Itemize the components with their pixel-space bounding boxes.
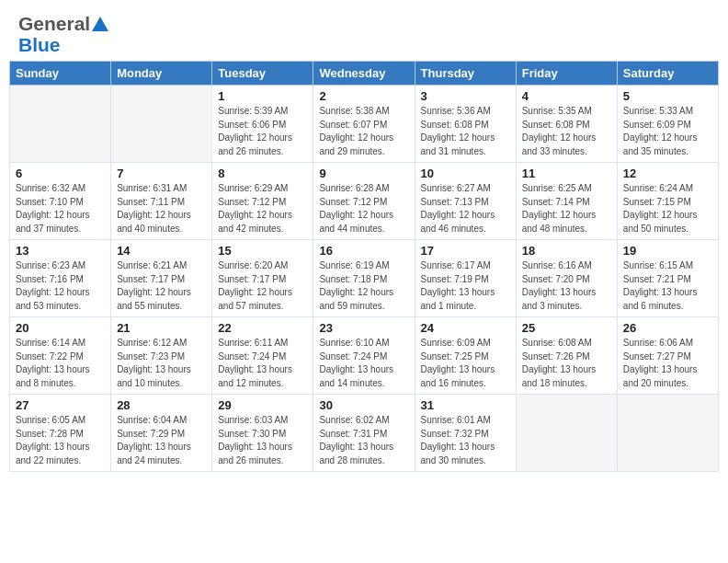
day-info: Sunrise: 6:06 AM Sunset: 7:27 PM Dayligh… xyxy=(623,337,712,390)
day-info: Sunrise: 5:36 AM Sunset: 6:08 PM Dayligh… xyxy=(421,105,510,158)
calendar-week-row: 27Sunrise: 6:05 AM Sunset: 7:28 PM Dayli… xyxy=(10,395,719,472)
day-number: 27 xyxy=(16,398,105,412)
day-info: Sunrise: 6:31 AM Sunset: 7:11 PM Dayligh… xyxy=(117,182,206,236)
calendar-cell: 14Sunrise: 6:21 AM Sunset: 7:17 PM Dayli… xyxy=(111,240,212,317)
calendar-week-row: 1Sunrise: 5:39 AM Sunset: 6:06 PM Daylig… xyxy=(10,86,719,163)
calendar-cell: 25Sunrise: 6:08 AM Sunset: 7:26 PM Dayli… xyxy=(516,317,617,395)
calendar-cell: 2Sunrise: 5:38 AM Sunset: 6:07 PM Daylig… xyxy=(313,86,415,163)
calendar-week-row: 6Sunrise: 6:32 AM Sunset: 7:10 PM Daylig… xyxy=(10,163,719,240)
day-info: Sunrise: 6:09 AM Sunset: 7:25 PM Dayligh… xyxy=(421,337,510,390)
day-number: 10 xyxy=(421,167,510,180)
logo-general-text: General xyxy=(18,13,90,34)
logo-triangle-icon xyxy=(92,17,108,31)
calendar-cell: 6Sunrise: 6:32 AM Sunset: 7:10 PM Daylig… xyxy=(10,163,111,240)
calendar-cell: 19Sunrise: 6:15 AM Sunset: 7:21 PM Dayli… xyxy=(617,240,718,317)
day-number: 19 xyxy=(623,244,712,258)
calendar-cell: 13Sunrise: 6:23 AM Sunset: 7:16 PM Dayli… xyxy=(10,240,111,317)
day-info: Sunrise: 6:03 AM Sunset: 7:30 PM Dayligh… xyxy=(218,414,307,467)
logo: General Blue xyxy=(18,13,108,55)
calendar-cell: 10Sunrise: 6:27 AM Sunset: 7:13 PM Dayli… xyxy=(415,163,516,240)
day-info: Sunrise: 6:27 AM Sunset: 7:13 PM Dayligh… xyxy=(421,182,510,236)
day-number: 7 xyxy=(117,167,206,180)
day-header-wednesday: Wednesday xyxy=(313,62,415,86)
day-info: Sunrise: 6:11 AM Sunset: 7:24 PM Dayligh… xyxy=(218,337,307,390)
day-info: Sunrise: 6:10 AM Sunset: 7:24 PM Dayligh… xyxy=(319,337,408,390)
day-header-thursday: Thursday xyxy=(415,62,516,86)
calendar-cell: 23Sunrise: 6:10 AM Sunset: 7:24 PM Dayli… xyxy=(313,317,415,395)
calendar-week-row: 13Sunrise: 6:23 AM Sunset: 7:16 PM Dayli… xyxy=(10,240,719,317)
day-info: Sunrise: 6:25 AM Sunset: 7:14 PM Dayligh… xyxy=(522,182,611,236)
calendar-cell xyxy=(111,86,212,163)
day-number: 3 xyxy=(421,89,510,103)
day-header-monday: Monday xyxy=(111,62,212,86)
day-number: 2 xyxy=(319,89,408,103)
calendar-week-row: 20Sunrise: 6:14 AM Sunset: 7:22 PM Dayli… xyxy=(10,317,719,395)
calendar-cell xyxy=(516,395,617,472)
day-info: Sunrise: 6:16 AM Sunset: 7:20 PM Dayligh… xyxy=(522,259,611,313)
calendar-cell: 12Sunrise: 6:24 AM Sunset: 7:15 PM Dayli… xyxy=(617,163,718,240)
day-info: Sunrise: 5:33 AM Sunset: 6:09 PM Dayligh… xyxy=(623,105,712,158)
svg-marker-0 xyxy=(92,17,108,31)
calendar-cell xyxy=(10,86,111,163)
day-info: Sunrise: 6:15 AM Sunset: 7:21 PM Dayligh… xyxy=(623,259,712,313)
day-header-saturday: Saturday xyxy=(617,62,718,86)
day-info: Sunrise: 6:04 AM Sunset: 7:29 PM Dayligh… xyxy=(117,414,206,467)
day-number: 30 xyxy=(319,398,408,412)
page-header: General Blue xyxy=(0,0,728,61)
logo-blue-text: Blue xyxy=(18,34,108,55)
calendar-cell: 9Sunrise: 6:28 AM Sunset: 7:12 PM Daylig… xyxy=(313,163,415,240)
calendar-cell: 5Sunrise: 5:33 AM Sunset: 6:09 PM Daylig… xyxy=(617,86,718,163)
day-header-friday: Friday xyxy=(516,62,617,86)
day-info: Sunrise: 6:02 AM Sunset: 7:31 PM Dayligh… xyxy=(319,414,408,467)
day-number: 14 xyxy=(117,244,206,258)
day-number: 13 xyxy=(16,244,105,258)
calendar-cell: 24Sunrise: 6:09 AM Sunset: 7:25 PM Dayli… xyxy=(415,317,516,395)
day-number: 1 xyxy=(218,89,307,103)
day-number: 24 xyxy=(421,321,510,335)
day-info: Sunrise: 6:24 AM Sunset: 7:15 PM Dayligh… xyxy=(623,182,712,236)
day-info: Sunrise: 6:08 AM Sunset: 7:26 PM Dayligh… xyxy=(522,337,611,390)
calendar-cell: 1Sunrise: 5:39 AM Sunset: 6:06 PM Daylig… xyxy=(212,86,313,163)
day-number: 21 xyxy=(117,321,206,335)
calendar-cell: 18Sunrise: 6:16 AM Sunset: 7:20 PM Dayli… xyxy=(516,240,617,317)
day-number: 16 xyxy=(319,244,408,258)
calendar-header-row: SundayMondayTuesdayWednesdayThursdayFrid… xyxy=(10,62,719,86)
day-number: 5 xyxy=(623,89,712,103)
day-number: 20 xyxy=(16,321,105,335)
calendar-cell: 16Sunrise: 6:19 AM Sunset: 7:18 PM Dayli… xyxy=(313,240,415,317)
day-info: Sunrise: 6:01 AM Sunset: 7:32 PM Dayligh… xyxy=(421,414,510,467)
day-number: 31 xyxy=(421,398,510,412)
day-number: 8 xyxy=(218,167,307,180)
day-info: Sunrise: 6:32 AM Sunset: 7:10 PM Dayligh… xyxy=(16,182,105,236)
calendar-cell: 21Sunrise: 6:12 AM Sunset: 7:23 PM Dayli… xyxy=(111,317,212,395)
day-number: 12 xyxy=(623,167,712,180)
day-info: Sunrise: 6:29 AM Sunset: 7:12 PM Dayligh… xyxy=(218,182,307,236)
calendar-cell xyxy=(617,395,718,472)
day-header-tuesday: Tuesday xyxy=(212,62,313,86)
day-number: 9 xyxy=(319,167,408,180)
day-header-sunday: Sunday xyxy=(10,62,111,86)
calendar-cell: 11Sunrise: 6:25 AM Sunset: 7:14 PM Dayli… xyxy=(516,163,617,240)
calendar-cell: 27Sunrise: 6:05 AM Sunset: 7:28 PM Dayli… xyxy=(10,395,111,472)
day-number: 17 xyxy=(421,244,510,258)
day-number: 18 xyxy=(522,244,611,258)
day-info: Sunrise: 5:39 AM Sunset: 6:06 PM Dayligh… xyxy=(218,105,307,158)
calendar-cell: 4Sunrise: 5:35 AM Sunset: 6:08 PM Daylig… xyxy=(516,86,617,163)
day-info: Sunrise: 6:23 AM Sunset: 7:16 PM Dayligh… xyxy=(16,259,105,313)
day-info: Sunrise: 6:21 AM Sunset: 7:17 PM Dayligh… xyxy=(117,259,206,313)
day-info: Sunrise: 6:12 AM Sunset: 7:23 PM Dayligh… xyxy=(117,337,206,390)
calendar-cell: 30Sunrise: 6:02 AM Sunset: 7:31 PM Dayli… xyxy=(313,395,415,472)
day-number: 6 xyxy=(16,167,105,180)
day-info: Sunrise: 5:35 AM Sunset: 6:08 PM Dayligh… xyxy=(522,105,611,158)
day-number: 25 xyxy=(522,321,611,335)
day-number: 11 xyxy=(522,167,611,180)
day-info: Sunrise: 6:14 AM Sunset: 7:22 PM Dayligh… xyxy=(16,337,105,390)
day-info: Sunrise: 6:20 AM Sunset: 7:17 PM Dayligh… xyxy=(218,259,307,313)
calendar-cell: 3Sunrise: 5:36 AM Sunset: 6:08 PM Daylig… xyxy=(415,86,516,163)
day-number: 29 xyxy=(218,398,307,412)
calendar-wrapper: SundayMondayTuesdayWednesdayThursdayFrid… xyxy=(0,61,728,481)
day-info: Sunrise: 6:28 AM Sunset: 7:12 PM Dayligh… xyxy=(319,182,408,236)
day-number: 23 xyxy=(319,321,408,335)
calendar-table: SundayMondayTuesdayWednesdayThursdayFrid… xyxy=(9,61,719,472)
calendar-cell: 20Sunrise: 6:14 AM Sunset: 7:22 PM Dayli… xyxy=(10,317,111,395)
